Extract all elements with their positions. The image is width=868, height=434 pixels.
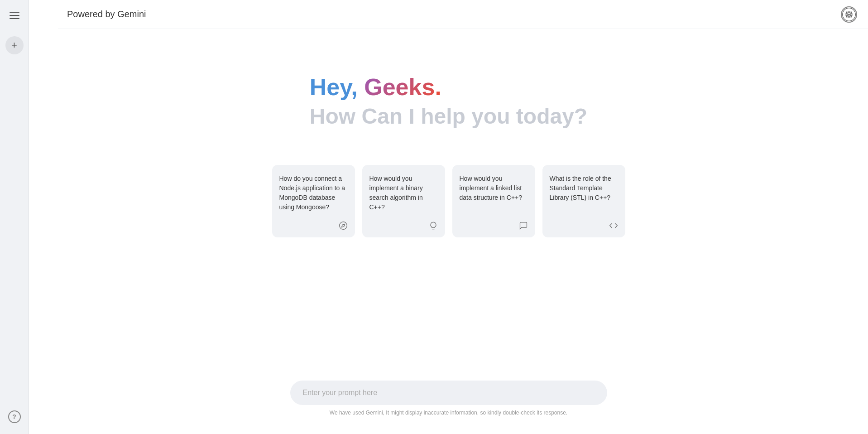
user-avatar[interactable]: ATX: [841, 6, 857, 23]
greeting-line1: Hey, Geeks.: [310, 74, 587, 100]
disclaimer-text: We have used Gemini, It might display in…: [330, 410, 567, 416]
greeting-dot-text: .: [435, 74, 441, 100]
atom-svg-icon: ATX: [842, 6, 856, 23]
compass-icon: [279, 221, 348, 230]
greeting-subtitle: How Can I help you today?: [310, 104, 587, 129]
card-text-3: How would you implement a linked list da…: [460, 174, 528, 214]
menu-icon[interactable]: [6, 7, 23, 24]
content-area: Hey, Geeks. How Can I help you today? Ho…: [29, 29, 868, 434]
suggestion-cards: How do you connect a Node.js application…: [272, 165, 625, 237]
code-icon: [550, 221, 618, 230]
lightbulb-icon: [369, 221, 438, 230]
svg-marker-7: [341, 224, 345, 227]
greeting-hey-text: Hey,: [310, 74, 364, 100]
card-text-2: How would you implement a binary search …: [369, 174, 438, 214]
chat-icon: [460, 221, 528, 230]
input-area: We have used Gemini, It might display in…: [29, 381, 868, 416]
svg-text:ATX: ATX: [847, 14, 851, 16]
sidebar: + ?: [0, 0, 29, 434]
prompt-input-wrapper: [290, 381, 607, 405]
app-title: Powered by Gemini: [67, 9, 146, 19]
help-icon[interactable]: ?: [8, 410, 21, 423]
prompt-input[interactable]: [303, 389, 595, 397]
suggestion-card-2[interactable]: How would you implement a binary search …: [362, 165, 445, 237]
greeting-section: Hey, Geeks. How Can I help you today?: [310, 74, 587, 129]
card-text-1: How do you connect a Node.js application…: [279, 174, 348, 214]
main-area: Powered by Gemini ATX Hey, Geeks. How Ca…: [29, 0, 868, 434]
greeting-geeks-text: Geeks: [364, 74, 435, 100]
suggestion-card-1[interactable]: How do you connect a Node.js application…: [272, 165, 355, 237]
card-text-4: What is the role of the Standard Templat…: [550, 174, 618, 214]
suggestion-card-3[interactable]: How would you implement a linked list da…: [452, 165, 535, 237]
new-chat-button[interactable]: +: [5, 36, 24, 54]
suggestion-card-4[interactable]: What is the role of the Standard Templat…: [542, 165, 625, 237]
svg-point-6: [339, 222, 347, 230]
header: Powered by Gemini ATX: [58, 0, 868, 29]
